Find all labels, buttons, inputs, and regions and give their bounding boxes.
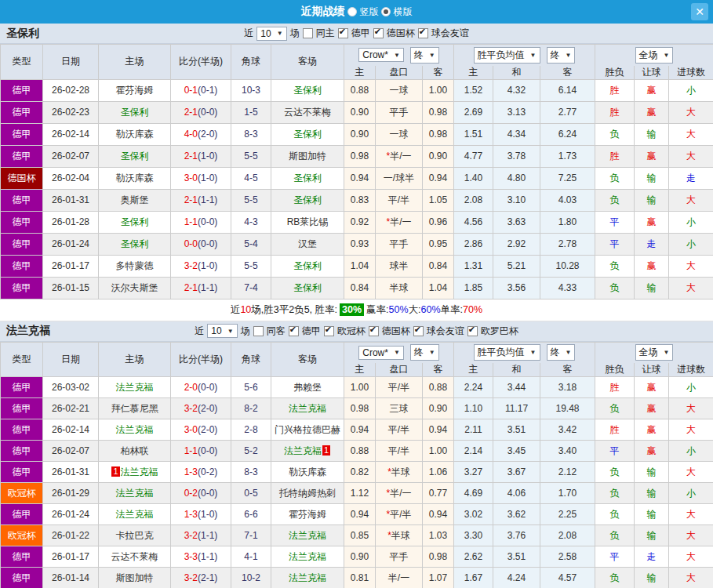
away-team-name: 圣保利	[293, 129, 322, 140]
odds-source-dropdown[interactable]: Crow*▼	[358, 48, 404, 62]
results-table: 类型日期主场比分(半场)角球客场Crow*▼终▼胜平负均值▼终▼全场▼主盘口客主…	[0, 342, 713, 588]
layout-radio-vertical[interactable]: 竖版	[347, 5, 379, 19]
match-count-dropdown[interactable]: 10▼	[207, 324, 237, 338]
result-cell: 胜	[595, 145, 635, 167]
handicap-cell: 球半	[376, 255, 423, 277]
final-mean-dropdown[interactable]: 终▼	[547, 47, 576, 64]
fulltime-dropdown[interactable]: 全场▼	[635, 344, 674, 361]
away-team-cell: 法兰克福	[271, 546, 344, 568]
goals-result-cell: 大	[669, 546, 713, 568]
handicap-result-cell: 赢	[635, 211, 669, 233]
away-team-name: 圣保利	[293, 85, 322, 96]
home-odds-cell: 1.00	[344, 377, 376, 398]
column-header: 比分(半场)	[171, 45, 231, 80]
same-venue-checkbox[interactable]	[303, 28, 313, 38]
handicap-cell: 平/半	[376, 189, 423, 211]
sub-column-header: 主	[344, 66, 376, 80]
date-cell: 26-02-04	[43, 167, 99, 189]
home-odds-cell: 0.93	[344, 233, 376, 255]
halftime-score: (0-1)	[198, 85, 217, 96]
odds-source-dropdown[interactable]: Crow*▼	[358, 346, 404, 360]
radio-vertical-label: 竖版	[360, 5, 379, 19]
halftime-score: (0-0)	[198, 445, 217, 456]
same-venue-checkbox[interactable]	[253, 326, 264, 336]
layout-radio-horizontal[interactable]: 横版	[381, 5, 413, 19]
league-checkbox[interactable]	[289, 326, 299, 336]
mean-home-cell: 1.52	[454, 79, 493, 101]
final-mean-dropdown[interactable]: 终▼	[547, 344, 576, 361]
dropdown-value: 全场	[639, 49, 658, 62]
radio-selected-icon[interactable]	[381, 7, 391, 16]
mean-draw-cell: 3.78	[493, 145, 540, 167]
score-cell: 2-1(1-0)	[171, 145, 231, 167]
mean-home-cell: 1.10	[454, 398, 493, 419]
mean-odds-dropdown[interactable]: 胜平负均值▼	[474, 344, 540, 361]
match-count-dropdown[interactable]: 10▼	[256, 27, 286, 41]
chevron-down-icon: ▼	[530, 52, 537, 59]
handicap-value: 半/一	[390, 488, 411, 499]
league-checkbox[interactable]	[324, 326, 334, 336]
away-team-cell: RB莱比锡	[271, 211, 344, 233]
fulltime-dropdown[interactable]: 全场▼	[635, 47, 674, 64]
sub-column-header: 客	[423, 363, 454, 377]
handicap-value: 平/半	[388, 445, 409, 456]
corner-cell: 5-6	[231, 377, 271, 398]
league-checkbox-label: 德国杯	[387, 27, 415, 40]
halftime-score: (1-0)	[198, 172, 217, 183]
section-header: 圣保利近10▼场同主德甲德国杯球会友谊	[0, 24, 713, 44]
handicap-value: 半球	[391, 466, 410, 477]
handicap-cell: 半/一	[376, 568, 423, 588]
handicap-result-cell: 输	[635, 504, 669, 525]
fulltime-score: 3-2	[184, 572, 198, 583]
mean-draw-cell: 4.06	[493, 483, 540, 504]
mean-away-cell: 1.80	[540, 211, 595, 233]
league-checkbox-label: 欧冠杯	[337, 325, 366, 338]
corner-cell: 7-4	[231, 277, 271, 299]
handicap-value: 半/一	[390, 151, 411, 162]
handicap-result-cell: 赢	[635, 255, 669, 277]
league-checkbox[interactable]	[467, 326, 478, 336]
mean-draw-cell: 3.13	[493, 101, 540, 123]
fulltime-score: 2-1	[184, 151, 198, 162]
final-odds-dropdown[interactable]: 终▼	[410, 344, 439, 361]
mean-draw-cell: 4.24	[493, 568, 540, 588]
final-odds-dropdown[interactable]: 终▼	[410, 47, 439, 64]
league-checkbox[interactable]	[338, 28, 348, 38]
home-team-cell: 卡拉巴克	[99, 525, 171, 546]
fulltime-score: 2-1	[184, 282, 198, 293]
goals-result-cell: 大	[669, 145, 713, 167]
handicap-value: 平手	[390, 107, 409, 118]
match-row: 欧冠杯26-01-22卡拉巴克3-2(1-1)7-1法兰克福0.85*半球1.0…	[1, 525, 713, 546]
close-icon[interactable]: ✕	[691, 3, 708, 20]
halftime-score: (1-0)	[198, 260, 217, 271]
odds-source-group: Crow*▼终▼	[344, 342, 454, 363]
match-row: 德甲26-01-17云达不莱梅3-3(1-1)4-1法兰克福0.90平手0.98…	[1, 546, 713, 568]
home-odds-cell: 0.98	[344, 145, 376, 167]
summary-bar: 近10场,胜3平2负5, 胜率: 30% 赢率:50% 大:60% 单率:70%	[0, 299, 713, 321]
away-team-name: 托特纳姆热刺	[279, 488, 336, 499]
mean-odds-dropdown[interactable]: 胜平负均值▼	[474, 47, 540, 64]
mean-home-cell: 2.14	[454, 441, 493, 462]
match-row: 德甲26-02-23圣保利2-1(0-0)1-5云达不莱梅0.90平手0.982…	[1, 101, 713, 123]
radio-horizontal-label: 横版	[394, 5, 413, 19]
home-team-cell: 霍芬海姆	[99, 79, 171, 101]
handicap-value: 平/半	[388, 424, 409, 435]
league-checkbox[interactable]	[413, 326, 424, 336]
goals-result-cell: 小	[669, 211, 713, 233]
mean-home-cell: 1.40	[454, 167, 493, 189]
goals-result-cell: 大	[669, 123, 713, 145]
league-checkbox[interactable]	[418, 28, 428, 38]
mean-home-cell: 2.08	[454, 189, 493, 211]
home-team-cell: 勒沃库森	[99, 167, 171, 189]
home-team-cell: 圣保利	[99, 101, 171, 123]
page-title: 近期战绩	[301, 5, 345, 19]
radio-unselected-icon[interactable]	[347, 7, 357, 16]
league-checkbox[interactable]	[369, 326, 379, 336]
league-checkbox[interactable]	[373, 28, 384, 38]
halftime-score: (2-1)	[198, 572, 217, 583]
mean-home-cell: 1.31	[454, 255, 493, 277]
home-team-cell: 圣保利	[99, 211, 171, 233]
score-cell: 1-1(0-0)	[171, 441, 231, 462]
score-cell: 3-0(1-0)	[171, 167, 231, 189]
halftime-score: (2-0)	[198, 424, 217, 435]
